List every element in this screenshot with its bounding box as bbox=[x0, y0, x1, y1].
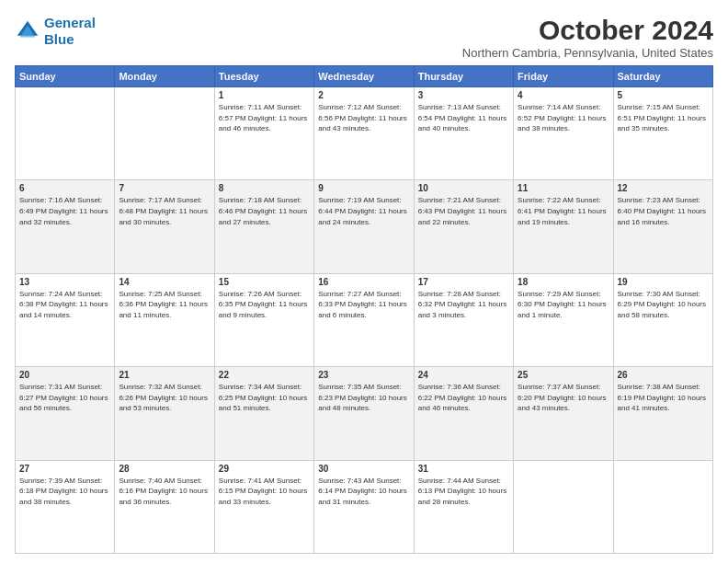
day-info: Sunrise: 7:18 AM Sunset: 6:46 PM Dayligh… bbox=[219, 195, 310, 227]
day-number: 17 bbox=[418, 277, 509, 287]
day-number: 5 bbox=[618, 90, 709, 100]
day-number: 31 bbox=[418, 464, 509, 474]
calendar-cell: 7Sunrise: 7:17 AM Sunset: 6:48 PM Daylig… bbox=[115, 180, 214, 273]
page: General Blue October 2024 Northern Cambr… bbox=[0, 0, 728, 563]
day-number: 3 bbox=[418, 90, 509, 100]
day-header-friday: Friday bbox=[514, 66, 613, 87]
day-info: Sunrise: 7:11 AM Sunset: 6:57 PM Dayligh… bbox=[219, 102, 310, 134]
calendar-cell: 27Sunrise: 7:39 AM Sunset: 6:18 PM Dayli… bbox=[16, 460, 115, 553]
day-info: Sunrise: 7:34 AM Sunset: 6:25 PM Dayligh… bbox=[219, 382, 310, 414]
calendar-cell: 26Sunrise: 7:38 AM Sunset: 6:19 PM Dayli… bbox=[613, 367, 712, 460]
day-number: 15 bbox=[219, 277, 310, 287]
calendar-cell: 1Sunrise: 7:11 AM Sunset: 6:57 PM Daylig… bbox=[214, 87, 313, 180]
calendar-cell: 22Sunrise: 7:34 AM Sunset: 6:25 PM Dayli… bbox=[214, 367, 313, 460]
day-info: Sunrise: 7:40 AM Sunset: 6:16 PM Dayligh… bbox=[119, 476, 210, 508]
calendar-cell: 3Sunrise: 7:13 AM Sunset: 6:54 PM Daylig… bbox=[414, 87, 513, 180]
day-info: Sunrise: 7:24 AM Sunset: 6:38 PM Dayligh… bbox=[19, 289, 110, 321]
calendar-cell: 16Sunrise: 7:27 AM Sunset: 6:33 PM Dayli… bbox=[314, 273, 414, 366]
calendar-cell: 18Sunrise: 7:29 AM Sunset: 6:30 PM Dayli… bbox=[514, 273, 613, 366]
calendar-cell: 5Sunrise: 7:15 AM Sunset: 6:51 PM Daylig… bbox=[613, 87, 712, 180]
day-number: 12 bbox=[618, 183, 709, 193]
calendar-cell bbox=[613, 460, 712, 553]
day-info: Sunrise: 7:39 AM Sunset: 6:18 PM Dayligh… bbox=[19, 476, 110, 508]
calendar-cell: 23Sunrise: 7:35 AM Sunset: 6:23 PM Dayli… bbox=[314, 367, 414, 460]
day-info: Sunrise: 7:41 AM Sunset: 6:15 PM Dayligh… bbox=[219, 476, 310, 508]
day-info: Sunrise: 7:28 AM Sunset: 6:32 PM Dayligh… bbox=[418, 289, 509, 321]
day-number: 23 bbox=[318, 370, 409, 380]
day-number: 21 bbox=[119, 370, 210, 380]
calendar-cell bbox=[514, 460, 613, 553]
day-number: 24 bbox=[418, 370, 509, 380]
day-info: Sunrise: 7:35 AM Sunset: 6:23 PM Dayligh… bbox=[318, 382, 409, 414]
day-number: 22 bbox=[219, 370, 310, 380]
day-number: 25 bbox=[518, 370, 609, 380]
calendar-cell: 31Sunrise: 7:44 AM Sunset: 6:13 PM Dayli… bbox=[414, 460, 513, 553]
day-number: 18 bbox=[518, 277, 609, 287]
day-number: 19 bbox=[618, 277, 709, 287]
calendar-cell: 19Sunrise: 7:30 AM Sunset: 6:29 PM Dayli… bbox=[613, 273, 712, 366]
day-info: Sunrise: 7:16 AM Sunset: 6:49 PM Dayligh… bbox=[19, 195, 110, 227]
day-info: Sunrise: 7:25 AM Sunset: 6:36 PM Dayligh… bbox=[119, 289, 210, 321]
calendar-cell: 14Sunrise: 7:25 AM Sunset: 6:36 PM Dayli… bbox=[115, 273, 214, 366]
day-info: Sunrise: 7:43 AM Sunset: 6:14 PM Dayligh… bbox=[318, 476, 409, 508]
logo-general: General bbox=[44, 15, 96, 30]
day-info: Sunrise: 7:26 AM Sunset: 6:35 PM Dayligh… bbox=[219, 289, 310, 321]
calendar-cell: 13Sunrise: 7:24 AM Sunset: 6:38 PM Dayli… bbox=[16, 273, 115, 366]
calendar-cell bbox=[16, 87, 115, 180]
calendar-cell: 4Sunrise: 7:14 AM Sunset: 6:52 PM Daylig… bbox=[514, 87, 613, 180]
day-number: 7 bbox=[119, 183, 210, 193]
calendar-cell: 24Sunrise: 7:36 AM Sunset: 6:22 PM Dayli… bbox=[414, 367, 513, 460]
calendar-week-4: 20Sunrise: 7:31 AM Sunset: 6:27 PM Dayli… bbox=[16, 367, 713, 460]
day-info: Sunrise: 7:14 AM Sunset: 6:52 PM Dayligh… bbox=[518, 102, 609, 134]
day-info: Sunrise: 7:38 AM Sunset: 6:19 PM Dayligh… bbox=[618, 382, 709, 414]
calendar-week-1: 1Sunrise: 7:11 AM Sunset: 6:57 PM Daylig… bbox=[16, 87, 713, 180]
day-number: 6 bbox=[19, 183, 110, 193]
day-number: 8 bbox=[219, 183, 310, 193]
calendar-cell: 8Sunrise: 7:18 AM Sunset: 6:46 PM Daylig… bbox=[214, 180, 313, 273]
day-number: 2 bbox=[318, 90, 409, 100]
day-info: Sunrise: 7:27 AM Sunset: 6:33 PM Dayligh… bbox=[318, 289, 409, 321]
day-header-thursday: Thursday bbox=[414, 66, 513, 87]
day-header-sunday: Sunday bbox=[16, 66, 115, 87]
calendar-cell: 21Sunrise: 7:32 AM Sunset: 6:26 PM Dayli… bbox=[115, 367, 214, 460]
day-info: Sunrise: 7:15 AM Sunset: 6:51 PM Dayligh… bbox=[618, 102, 709, 134]
logo-icon bbox=[15, 18, 40, 44]
day-info: Sunrise: 7:31 AM Sunset: 6:27 PM Dayligh… bbox=[19, 382, 110, 414]
title-block: October 2024 Northern Cambria, Pennsylva… bbox=[462, 15, 713, 60]
day-number: 29 bbox=[219, 464, 310, 474]
day-info: Sunrise: 7:29 AM Sunset: 6:30 PM Dayligh… bbox=[518, 289, 609, 321]
day-number: 4 bbox=[518, 90, 609, 100]
header: General Blue October 2024 Northern Cambr… bbox=[15, 15, 713, 60]
day-header-monday: Monday bbox=[115, 66, 214, 87]
calendar-cell: 30Sunrise: 7:43 AM Sunset: 6:14 PM Dayli… bbox=[314, 460, 414, 553]
day-header-saturday: Saturday bbox=[613, 66, 712, 87]
calendar-cell: 2Sunrise: 7:12 AM Sunset: 6:56 PM Daylig… bbox=[314, 87, 414, 180]
calendar-week-3: 13Sunrise: 7:24 AM Sunset: 6:38 PM Dayli… bbox=[16, 273, 713, 366]
day-info: Sunrise: 7:17 AM Sunset: 6:48 PM Dayligh… bbox=[119, 195, 210, 227]
day-number: 11 bbox=[518, 183, 609, 193]
day-number: 20 bbox=[19, 370, 110, 380]
day-number: 30 bbox=[318, 464, 409, 474]
day-info: Sunrise: 7:19 AM Sunset: 6:44 PM Dayligh… bbox=[318, 195, 409, 227]
day-info: Sunrise: 7:32 AM Sunset: 6:26 PM Dayligh… bbox=[119, 382, 210, 414]
calendar-cell: 28Sunrise: 7:40 AM Sunset: 6:16 PM Dayli… bbox=[115, 460, 214, 553]
day-number: 14 bbox=[119, 277, 210, 287]
day-number: 26 bbox=[618, 370, 709, 380]
calendar-cell: 12Sunrise: 7:23 AM Sunset: 6:40 PM Dayli… bbox=[613, 180, 712, 273]
day-info: Sunrise: 7:44 AM Sunset: 6:13 PM Dayligh… bbox=[418, 476, 509, 508]
day-number: 16 bbox=[318, 277, 409, 287]
calendar-table: SundayMondayTuesdayWednesdayThursdayFrid… bbox=[15, 65, 713, 554]
day-number: 9 bbox=[318, 183, 409, 193]
calendar-cell: 20Sunrise: 7:31 AM Sunset: 6:27 PM Dayli… bbox=[16, 367, 115, 460]
logo: General Blue bbox=[15, 15, 96, 48]
calendar-cell: 10Sunrise: 7:21 AM Sunset: 6:43 PM Dayli… bbox=[414, 180, 513, 273]
day-number: 28 bbox=[119, 464, 210, 474]
calendar-cell: 6Sunrise: 7:16 AM Sunset: 6:49 PM Daylig… bbox=[16, 180, 115, 273]
day-header-tuesday: Tuesday bbox=[214, 66, 313, 87]
location-subtitle: Northern Cambria, Pennsylvania, United S… bbox=[462, 46, 713, 60]
day-info: Sunrise: 7:12 AM Sunset: 6:56 PM Dayligh… bbox=[318, 102, 409, 134]
day-info: Sunrise: 7:36 AM Sunset: 6:22 PM Dayligh… bbox=[418, 382, 509, 414]
day-header-wednesday: Wednesday bbox=[314, 66, 414, 87]
day-info: Sunrise: 7:23 AM Sunset: 6:40 PM Dayligh… bbox=[618, 195, 709, 227]
day-info: Sunrise: 7:13 AM Sunset: 6:54 PM Dayligh… bbox=[418, 102, 509, 134]
